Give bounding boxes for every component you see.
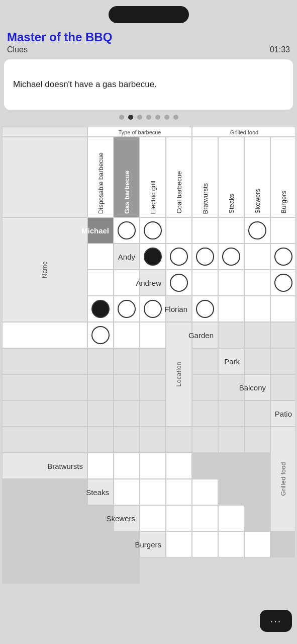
cell-0-0-4[interactable]: [218, 217, 244, 244]
cell-2-1-0[interactable]: [114, 479, 140, 505]
clue-text: Michael doesn't have a gas barbecue.: [13, 78, 157, 91]
cell-0-3-7[interactable]: [140, 322, 166, 348]
col-header-5: Steaks: [218, 137, 244, 217]
cell-2-0-1[interactable]: [114, 453, 140, 479]
cell-0-1-1[interactable]: [166, 244, 192, 270]
cell-0-2-1[interactable]: [192, 270, 218, 296]
circle-empty[interactable]: [274, 248, 292, 266]
cell-1-3-1: [87, 427, 114, 453]
cell-2-3-0[interactable]: [166, 531, 192, 557]
col-header-0: Disposable barbecue: [87, 137, 114, 217]
row-label-1-1: Park: [218, 348, 244, 374]
cell-0-1-2[interactable]: [192, 244, 218, 270]
cell-0-3-4[interactable]: [2, 322, 87, 348]
cell-2-2-3[interactable]: [218, 505, 244, 531]
cell-1-1-3: [87, 374, 114, 400]
cell-0-3-0[interactable]: [192, 296, 218, 322]
cell-2-0-7: [2, 479, 87, 505]
cell-0-0-2[interactable]: [166, 217, 192, 244]
cell-2-0-3[interactable]: [166, 453, 192, 479]
cell-0-3-5[interactable]: [87, 322, 114, 348]
cell-2-2-2[interactable]: [192, 505, 218, 531]
section-row-label-0: Name: [2, 217, 87, 322]
cell-0-2-7[interactable]: [140, 296, 166, 322]
circle-filled[interactable]: [91, 300, 110, 318]
col-header-7: Burgers: [270, 137, 295, 217]
cell-2-0-0[interactable]: [87, 453, 114, 479]
notch: [109, 6, 189, 23]
dot-4[interactable]: [155, 115, 160, 120]
circle-empty[interactable]: [196, 300, 214, 318]
cell-0-2-2[interactable]: [218, 270, 244, 296]
fab-dots: ···: [270, 615, 282, 627]
cell-2-3-4: [270, 531, 295, 557]
grid-container: Type of barbecueGrilled foodDisposable b…: [2, 127, 295, 584]
circle-empty[interactable]: [91, 326, 110, 344]
cell-0-3-3[interactable]: [270, 296, 295, 322]
dot-0[interactable]: [119, 115, 124, 120]
cell-2-2-4: [244, 505, 270, 531]
cell-0-2-6[interactable]: [114, 296, 140, 322]
cell-2-0-4: [192, 453, 218, 479]
cell-0-3-6[interactable]: [114, 322, 140, 348]
row-label-0-3: Florian: [166, 296, 192, 322]
cell-2-3-6: [87, 557, 114, 584]
cell-1-0-3: [2, 348, 87, 374]
col-header-4: Bratwursts: [192, 137, 218, 217]
cell-0-2-0[interactable]: [166, 270, 192, 296]
cell-0-3-2[interactable]: [244, 296, 270, 322]
cell-0-0-6[interactable]: [270, 217, 295, 244]
cell-0-2-3[interactable]: [244, 270, 270, 296]
cell-0-1-6[interactable]: [87, 270, 114, 296]
circle-empty[interactable]: [248, 221, 266, 239]
col-header-1: Gas barbecue: [114, 137, 140, 217]
cell-1-2-2: [87, 400, 114, 427]
dot-1[interactable]: [128, 115, 133, 120]
circle-empty[interactable]: [274, 274, 292, 292]
cell-2-0-2[interactable]: [140, 453, 166, 479]
fab-button[interactable]: ···: [260, 610, 292, 632]
circle-empty[interactable]: [170, 274, 188, 292]
circle-empty[interactable]: [196, 248, 214, 266]
cell-0-0-5[interactable]: [244, 217, 270, 244]
row-label-2-3: Burgers: [140, 531, 166, 557]
circle-empty[interactable]: [222, 248, 240, 266]
cell-2-3-1[interactable]: [192, 531, 218, 557]
cell-0-1-5[interactable]: [270, 244, 295, 270]
cell-0-2-5[interactable]: [87, 296, 114, 322]
cell-2-3-3[interactable]: [244, 531, 270, 557]
cell-0-1-0[interactable]: [140, 244, 166, 270]
cell-0-3-1[interactable]: [218, 296, 244, 322]
cell-2-1-1[interactable]: [140, 479, 166, 505]
cell-2-1-2[interactable]: [166, 479, 192, 505]
circle-empty[interactable]: [118, 221, 136, 239]
cell-0-0-7[interactable]: [87, 244, 114, 270]
cell-0-0-1[interactable]: [140, 217, 166, 244]
circle-empty[interactable]: [118, 300, 136, 318]
cell-1-2-4: [140, 400, 166, 427]
cell-0-0-0[interactable]: [114, 217, 140, 244]
col-header-3: Coal barbecue: [166, 137, 192, 217]
cell-0-0-3[interactable]: [192, 217, 218, 244]
cell-0-1-4[interactable]: [244, 244, 270, 270]
dot-5[interactable]: [164, 115, 169, 120]
cell-2-2-0[interactable]: [140, 505, 166, 531]
circle-filled[interactable]: [144, 248, 162, 266]
circle-empty[interactable]: [170, 248, 188, 266]
cell-2-2-1[interactable]: [166, 505, 192, 531]
cell-2-1-3[interactable]: [192, 479, 218, 505]
cell-1-3-6: [218, 427, 244, 453]
cell-2-3-2[interactable]: [218, 531, 244, 557]
dot-2[interactable]: [137, 115, 142, 120]
clue-card[interactable]: Michael doesn't have a gas barbecue.: [4, 59, 293, 110]
circle-empty[interactable]: [144, 221, 162, 239]
dot-6[interactable]: [173, 115, 178, 120]
cell-0-2-4[interactable]: [270, 270, 295, 296]
cell-0-1-3[interactable]: [218, 244, 244, 270]
cell-1-2-0: [270, 374, 295, 400]
col-header-2: Electric grill: [140, 137, 166, 217]
circle-empty[interactable]: [144, 300, 162, 318]
page-title: Master of the BBQ: [7, 30, 290, 44]
dot-3[interactable]: [146, 115, 151, 120]
row-label-1-2: Balcony: [244, 374, 270, 400]
